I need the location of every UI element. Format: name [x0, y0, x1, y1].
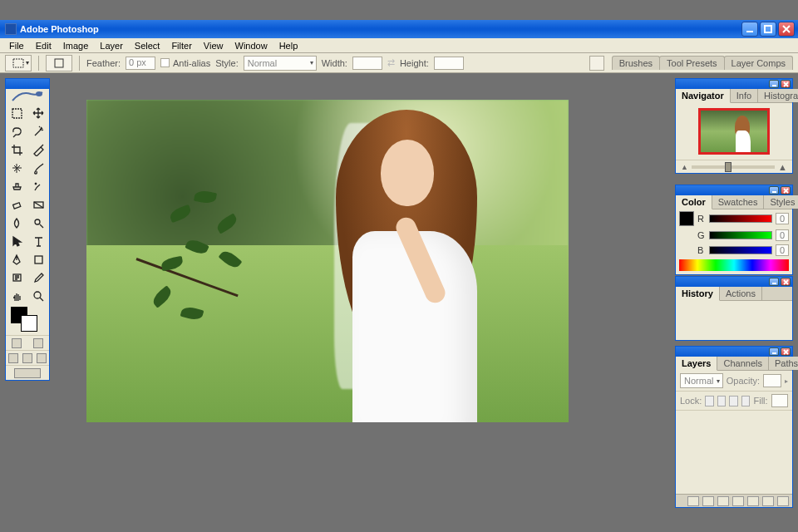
channel-value-R[interactable]: 0 — [776, 213, 789, 224]
shape-tool[interactable] — [27, 250, 49, 268]
width-input[interactable] — [352, 57, 382, 70]
quickmask-mode-button[interactable] — [33, 338, 43, 348]
layer-link-button[interactable] — [687, 496, 699, 506]
menu-layer[interactable]: Layer — [94, 39, 129, 52]
panel-close-button[interactable] — [781, 80, 791, 88]
lock-all-button[interactable] — [741, 396, 751, 406]
style-select[interactable]: Normal — [244, 56, 317, 71]
layers-tab-channels[interactable]: Channels — [717, 357, 768, 370]
jump-to-imageready-button[interactable] — [14, 368, 41, 378]
selection-mode-new[interactable] — [46, 55, 72, 71]
menu-file[interactable]: File — [3, 39, 30, 52]
channel-slider-G[interactable] — [709, 231, 772, 239]
menu-edit[interactable]: Edit — [30, 39, 57, 52]
blend-mode-select[interactable]: Normal — [680, 373, 723, 388]
navigator-tab-histogram[interactable]: Histogram — [758, 89, 798, 102]
toolbox-header[interactable] — [6, 79, 49, 89]
color-tab-styles[interactable]: Styles — [764, 195, 798, 209]
feather-input[interactable]: 0 px — [126, 57, 155, 70]
close-button[interactable] — [778, 22, 795, 37]
zoom-tool[interactable] — [27, 287, 49, 305]
panel-close-button[interactable] — [781, 278, 791, 286]
notes-tool[interactable] — [6, 268, 27, 287]
history-tab-actions[interactable]: Actions — [720, 287, 762, 300]
screen-full-button[interactable] — [37, 353, 47, 363]
healing-brush-tool[interactable] — [6, 159, 27, 177]
link-wh-icon[interactable]: ⇄ — [387, 57, 395, 68]
layer-mask-button[interactable] — [717, 496, 729, 506]
antialias-option[interactable]: Anti-alias — [160, 58, 210, 68]
navigator-tab-navigator[interactable]: Navigator — [676, 89, 731, 103]
delete-layer-button[interactable] — [777, 496, 789, 506]
layers-list[interactable] — [676, 411, 792, 502]
tool-preset-picker[interactable]: ▾ — [5, 55, 32, 71]
fill-input[interactable] — [771, 394, 788, 407]
color-tab-color[interactable]: Color — [676, 195, 712, 209]
opacity-flyout-icon[interactable]: ▸ — [785, 377, 788, 385]
channel-slider-B[interactable] — [709, 246, 772, 254]
channel-value-B[interactable]: 0 — [776, 244, 789, 256]
layer-style-button[interactable] — [702, 496, 714, 506]
antialias-checkbox[interactable] — [160, 58, 170, 67]
menu-view[interactable]: View — [198, 39, 229, 52]
slice-tool[interactable] — [27, 140, 49, 159]
navigator-thumbnail[interactable] — [698, 108, 770, 155]
gradient-tool[interactable] — [27, 195, 49, 214]
maximize-button[interactable] — [760, 22, 776, 37]
lock-transparency-button[interactable] — [705, 396, 714, 406]
clone-stamp-tool[interactable] — [6, 177, 27, 195]
layers-tab-layers[interactable]: Layers — [676, 357, 717, 371]
screen-standard-button[interactable] — [8, 353, 18, 363]
brush-tool[interactable] — [27, 159, 49, 177]
layer-set-button[interactable] — [732, 496, 744, 506]
panel-minimize-button[interactable] — [769, 186, 779, 195]
standard-mode-button[interactable] — [12, 338, 22, 348]
dock-tab-tool-presets[interactable]: Tool Presets — [659, 56, 725, 70]
layers-header[interactable] — [676, 347, 792, 357]
dock-tab-layer-comps[interactable]: Layer Comps — [724, 56, 793, 70]
background-color-swatch[interactable] — [21, 315, 37, 332]
color-header[interactable] — [676, 185, 792, 195]
panel-close-button[interactable] — [781, 186, 791, 195]
panel-minimize-button[interactable] — [769, 278, 779, 286]
eraser-tool[interactable] — [6, 195, 27, 214]
hand-tool[interactable] — [6, 287, 27, 305]
minimize-button[interactable] — [741, 22, 758, 37]
zoom-in-icon[interactable]: ▲ — [778, 162, 787, 172]
zoom-out-icon[interactable]: ▲ — [681, 163, 688, 171]
color-swatches[interactable] — [6, 305, 49, 335]
color-spectrum[interactable] — [679, 259, 789, 271]
dodge-tool[interactable] — [27, 214, 49, 232]
panel-minimize-button[interactable] — [769, 80, 779, 88]
screen-full-menubar-button[interactable] — [22, 353, 32, 363]
menu-select[interactable]: Select — [129, 39, 166, 52]
lasso-tool[interactable] — [6, 122, 27, 140]
channel-slider-R[interactable] — [709, 214, 772, 223]
palette-well-toggle[interactable] — [589, 56, 604, 71]
layers-tab-paths[interactable]: Paths — [769, 357, 798, 370]
dock-tab-brushes[interactable]: Brushes — [612, 56, 660, 70]
new-layer-button[interactable] — [762, 496, 774, 506]
color-foreground-swatch[interactable] — [679, 211, 694, 226]
menu-filter[interactable]: Filter — [165, 39, 197, 52]
history-header[interactable] — [676, 277, 792, 287]
menu-help[interactable]: Help — [273, 39, 304, 52]
history-list[interactable] — [676, 301, 792, 334]
panel-close-button[interactable] — [781, 347, 791, 356]
lock-image-button[interactable] — [717, 396, 727, 406]
crop-tool[interactable] — [6, 140, 27, 159]
magic-wand-tool[interactable] — [27, 122, 49, 140]
channel-value-G[interactable]: 0 — [776, 229, 789, 241]
navigator-tab-info[interactable]: Info — [731, 89, 758, 102]
type-tool[interactable] — [27, 232, 49, 250]
blur-tool[interactable] — [6, 214, 27, 232]
zoom-slider[interactable]: ▲ ▲ — [676, 160, 792, 173]
marquee-tool[interactable] — [6, 104, 27, 122]
lock-position-button[interactable] — [729, 396, 738, 406]
opacity-input[interactable] — [763, 374, 781, 387]
panel-minimize-button[interactable] — [769, 347, 779, 356]
document-canvas[interactable] — [86, 100, 569, 422]
menu-window[interactable]: Window — [229, 39, 273, 52]
move-tool[interactable] — [27, 104, 49, 122]
pen-tool[interactable] — [6, 250, 27, 268]
